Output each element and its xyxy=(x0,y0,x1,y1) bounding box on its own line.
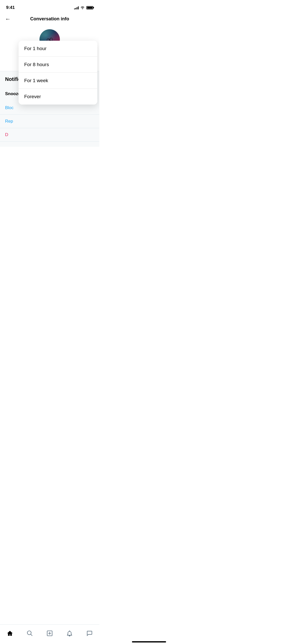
battery-icon xyxy=(86,6,93,9)
status-icons xyxy=(74,6,93,10)
status-bar: 9:41 xyxy=(0,0,99,14)
status-time: 9:41 xyxy=(6,5,15,10)
wifi-icon xyxy=(80,6,85,10)
page-title: Conversation info xyxy=(30,16,69,22)
snooze-option-1hour[interactable]: For 1 hour xyxy=(19,41,97,57)
signal-icon xyxy=(74,6,79,9)
back-button[interactable]: ← xyxy=(5,16,11,22)
report-action[interactable]: Rep xyxy=(0,115,99,128)
dimmed-content: Bloc Rep D xyxy=(0,101,99,147)
snooze-option-forever[interactable]: Forever xyxy=(19,89,97,105)
dropdown-overlay: For 1 hour For 8 hours For 1 week Foreve… xyxy=(17,41,99,105)
snooze-option-8hours[interactable]: For 8 hours xyxy=(19,57,97,73)
nav-header: ← Conversation info xyxy=(0,14,99,24)
delete-action[interactable]: D xyxy=(0,128,99,142)
snooze-dropdown: For 1 hour For 8 hours For 1 week Foreve… xyxy=(19,41,97,105)
snooze-option-1week[interactable]: For 1 week xyxy=(19,73,97,89)
